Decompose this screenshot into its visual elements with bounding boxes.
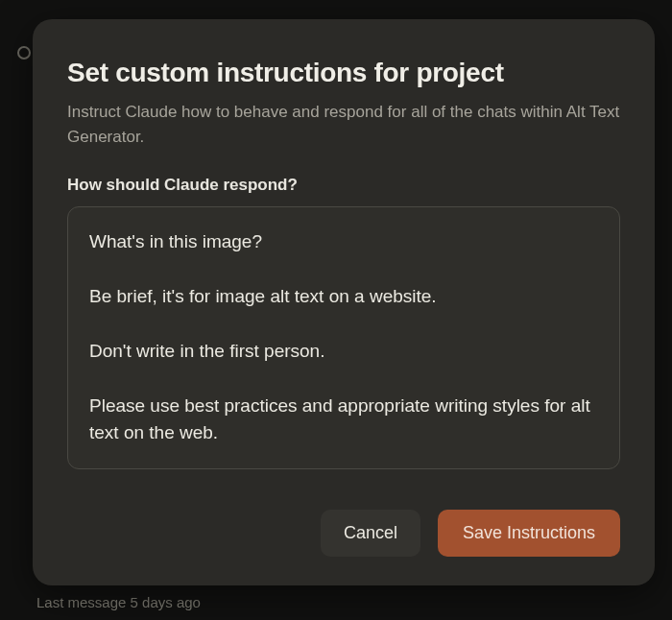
- instructions-field-label: How should Claude respond?: [67, 176, 620, 195]
- background-search-icon: [17, 46, 31, 60]
- modal-subtitle: Instruct Claude how to behave and respon…: [67, 100, 620, 151]
- modal-title: Set custom instructions for project: [67, 58, 620, 88]
- modal-button-row: Cancel Save Instructions: [67, 510, 620, 557]
- custom-instructions-modal: Set custom instructions for project Inst…: [33, 19, 655, 585]
- cancel-button[interactable]: Cancel: [321, 510, 420, 557]
- instructions-textarea[interactable]: What's in this image? Be brief, it's for…: [67, 206, 620, 469]
- save-instructions-button[interactable]: Save Instructions: [438, 510, 620, 557]
- background-last-message-text: Last message 5 days ago: [36, 594, 201, 610]
